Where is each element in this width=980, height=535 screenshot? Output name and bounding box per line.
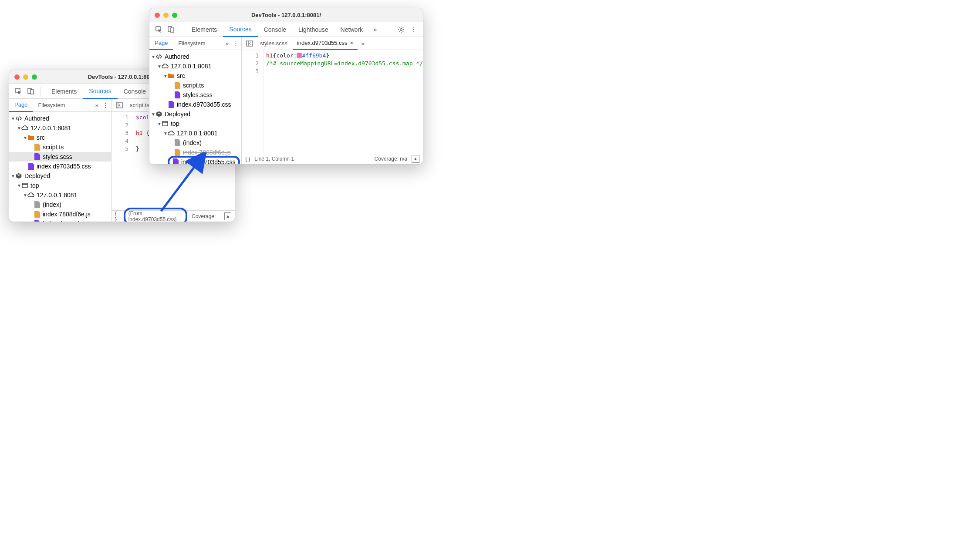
zoom-icon[interactable] xyxy=(172,13,177,18)
divider xyxy=(41,87,41,96)
more-tabs-icon[interactable]: » xyxy=(371,26,379,33)
main-tabs: Elements Sources Console xyxy=(45,84,152,99)
svg-rect-2 xyxy=(30,90,34,94)
content: Page Filesystem » ⋮ ▼Authored ▼127.0.0.1… xyxy=(149,37,423,164)
titlebar[interactable]: DevTools - 127.0.0.1:8081/ xyxy=(149,8,423,22)
tab-elements[interactable]: Elements xyxy=(45,84,83,99)
editor: styles.scss index.d9703d55.css× » 1 2 3 … xyxy=(242,37,423,164)
more-editor-tabs-icon[interactable]: » xyxy=(358,40,367,47)
divider xyxy=(181,25,181,34)
tree-deployed[interactable]: ▼Deployed xyxy=(9,171,111,181)
js-file-icon xyxy=(174,149,181,156)
tree-file-script[interactable]: script.ts xyxy=(9,142,111,152)
show-navigator-icon[interactable] xyxy=(114,100,125,111)
from-link-highlight: (From index.d9703d55.css) xyxy=(124,208,187,222)
tree-host[interactable]: ▼127.0.0.1:8081 xyxy=(149,61,241,71)
close-tab-icon[interactable]: × xyxy=(350,40,353,46)
tree-src[interactable]: ▼src xyxy=(9,133,111,142)
source[interactable]: h1{color:#ff69b4} /*# sourceMappingURL=i… xyxy=(264,50,423,153)
gutter: 1 2 3 xyxy=(242,50,264,153)
editor-tab-indexcss[interactable]: index.d9703d55.css× xyxy=(293,37,358,50)
tree-file-index[interactable]: (index) xyxy=(9,200,111,209)
tree-file-indexcss[interactable]: index.d9703d55.css xyxy=(149,100,241,109)
sidebar-tab-page[interactable]: Page xyxy=(9,99,33,112)
doc-file-icon xyxy=(34,201,41,208)
tab-console[interactable]: Console xyxy=(118,84,152,99)
css-file-icon xyxy=(168,101,175,108)
inspect-icon[interactable] xyxy=(154,24,164,35)
tree-host2[interactable]: ▼127.0.0.1:8081 xyxy=(149,128,241,138)
tab-elements[interactable]: Elements xyxy=(186,22,223,37)
tree-authored[interactable]: ▼Authored xyxy=(9,114,111,123)
frame-icon xyxy=(21,182,28,189)
tree-file-js[interactable]: index.7808df6e.js xyxy=(9,209,111,219)
braces-icon[interactable]: { } xyxy=(115,210,119,222)
sidebar-tabs: Page Filesystem » ⋮ xyxy=(9,99,111,112)
cloud-icon xyxy=(168,130,175,137)
tree-top[interactable]: ▼top xyxy=(9,181,111,190)
kebab-icon[interactable]: ⋮ xyxy=(408,24,419,35)
zoom-icon[interactable] xyxy=(32,74,37,80)
tab-network[interactable]: Network xyxy=(335,22,369,37)
close-icon[interactable] xyxy=(155,13,160,18)
show-navigator-icon[interactable] xyxy=(244,38,255,49)
minimize-icon[interactable] xyxy=(163,13,169,18)
tree-file-indexcss[interactable]: index.d9703d55.css xyxy=(9,162,111,171)
braces-icon[interactable]: { } xyxy=(245,156,250,162)
more-tabs-icon[interactable]: » xyxy=(95,102,98,108)
code-icon xyxy=(15,115,22,122)
sidebar-tab-page[interactable]: Page xyxy=(149,37,173,50)
code-area[interactable]: 1 2 3 h1{color:#ff69b4} /*# sourceMappin… xyxy=(242,50,423,153)
tree-file-index[interactable]: (index) xyxy=(149,138,241,148)
svg-point-10 xyxy=(400,28,402,30)
coverage-label: Coverage: xyxy=(192,213,216,219)
css-file-icon xyxy=(34,220,41,222)
tree-file-script[interactable]: script.ts xyxy=(149,81,241,90)
tree-deployed[interactable]: ▼Deployed xyxy=(149,109,241,119)
sidebar-tab-filesystem[interactable]: Filesystem xyxy=(33,99,70,112)
svg-rect-9 xyxy=(171,28,174,32)
doc-file-icon xyxy=(174,139,181,146)
tree-file-css-highlight[interactable]: index.d9703d55.css xyxy=(149,157,241,164)
sidebar-tab-filesystem[interactable]: Filesystem xyxy=(173,37,210,50)
tab-lighthouse[interactable]: Lighthouse xyxy=(292,22,335,37)
toolbar: Elements Sources Console Lighthouse Netw… xyxy=(149,22,423,37)
tree-top[interactable]: ▼top xyxy=(149,119,241,128)
source-map-link[interactable]: index.d9703d55.css xyxy=(128,216,175,222)
tree-file-styles[interactable]: styles.scss xyxy=(149,90,241,100)
status-bar: { } Line 1, Column 1 Coverage: n/a ▲ xyxy=(242,153,423,164)
code-icon xyxy=(155,53,162,60)
device-icon[interactable] xyxy=(26,86,36,97)
scss-file-icon xyxy=(34,153,41,160)
kebab-icon[interactable]: ⋮ xyxy=(233,40,239,47)
scss-file-icon xyxy=(174,91,181,98)
tree-authored[interactable]: ▼Authored xyxy=(149,52,241,61)
sidebar: Page Filesystem » ⋮ ▼Authored ▼127.0.0.1… xyxy=(9,99,112,222)
ts-file-icon xyxy=(174,82,181,89)
tree-file-css2[interactable]: index.d9703d55.css xyxy=(9,219,111,222)
gear-icon[interactable] xyxy=(396,24,406,35)
minimize-icon[interactable] xyxy=(23,74,28,80)
css-file-icon xyxy=(172,158,179,164)
tree-host[interactable]: ▼127.0.0.1:8081 xyxy=(9,123,111,133)
inspect-icon[interactable] xyxy=(14,86,24,97)
tree-file-styles[interactable]: styles.scss xyxy=(9,152,111,162)
cloud-icon xyxy=(21,124,28,131)
sidebar: Page Filesystem » ⋮ ▼Authored ▼127.0.0.1… xyxy=(149,37,242,164)
device-icon[interactable] xyxy=(166,24,176,35)
tree-host2[interactable]: ▼127.0.0.1:8081 xyxy=(9,190,111,200)
tree-src[interactable]: ▼src xyxy=(149,71,241,81)
close-icon[interactable] xyxy=(14,74,20,80)
tab-sources[interactable]: Sources xyxy=(223,22,257,37)
tab-sources[interactable]: Sources xyxy=(83,84,117,99)
toggle-drawer-icon[interactable]: ▲ xyxy=(224,212,231,220)
toggle-drawer-icon[interactable]: ▲ xyxy=(412,155,419,163)
more-tabs-icon[interactable]: » xyxy=(226,40,229,47)
svg-rect-11 xyxy=(162,121,168,126)
editor-tab-styles[interactable]: styles.scss xyxy=(256,37,292,50)
kebab-icon[interactable]: ⋮ xyxy=(103,102,108,108)
traffic-lights xyxy=(155,13,177,18)
folder-icon xyxy=(27,134,34,141)
color-swatch[interactable] xyxy=(297,53,302,58)
tab-console[interactable]: Console xyxy=(258,22,292,37)
